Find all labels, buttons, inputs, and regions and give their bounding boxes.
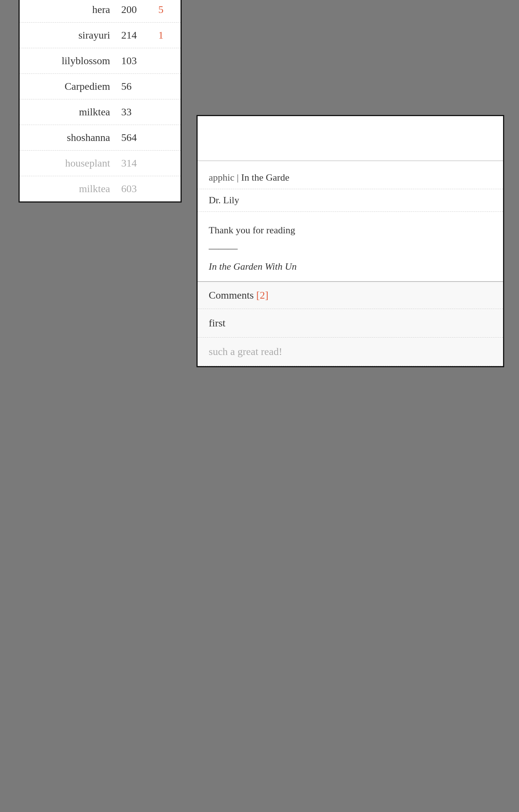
comments-header: Comments [2] [198, 282, 503, 309]
table-row: lilyblossom 103 [20, 48, 181, 74]
comments-section: Comments [2] first such a great read! [198, 281, 503, 366]
table-row: milktea 33 [20, 99, 181, 125]
table-row: shoshanna 564 [20, 125, 181, 151]
comment-text: such a great read! [209, 346, 282, 357]
row-extra: 5 [158, 4, 169, 16]
row-username: milktea [31, 106, 110, 118]
article-genre: apphic | [209, 172, 241, 183]
author-name: Dr. Lily [209, 195, 239, 206]
row-username: milktea [31, 183, 110, 195]
row-username: sirayuri [31, 29, 110, 41]
row-username: lilyblossom [31, 55, 110, 67]
table-row: milktea 603 [20, 176, 181, 201]
article-author: Dr. Lily [198, 189, 503, 212]
comments-label: Comments [209, 289, 254, 301]
row-username: Carpediem [31, 80, 110, 92]
article-thank-you: Thank you for reading [209, 223, 492, 237]
row-username: houseplant [31, 157, 110, 169]
leaderboard-panel: hera 200 5 sirayuri 214 1 lilyblossom 10… [19, 0, 182, 203]
comment-item: first [198, 309, 503, 338]
article-title: In the Garde [241, 172, 290, 183]
article-divider [198, 161, 503, 161]
comment-item: such a great read! [198, 338, 503, 366]
table-row: hera 200 5 [20, 0, 181, 23]
row-username: hera [31, 4, 110, 16]
comment-text: first [209, 317, 225, 329]
article-body: Thank you for reading ——— In the Garden … [198, 212, 503, 281]
row-count: 56 [121, 80, 151, 92]
table-row: sirayuri 214 1 [20, 23, 181, 48]
article-meta: apphic | In the Garde [198, 167, 503, 189]
row-count: 603 [121, 183, 151, 195]
row-count: 214 [121, 29, 151, 41]
article-divider-text: ——— [209, 241, 492, 256]
comments-count: [2] [256, 289, 268, 301]
article-panel: apphic | In the Garde Dr. Lily Thank you… [196, 115, 504, 367]
row-count: 564 [121, 132, 151, 144]
row-extra: 1 [158, 29, 169, 41]
row-username: shoshanna [31, 132, 110, 144]
article-top [198, 116, 503, 161]
table-row: houseplant 314 [20, 151, 181, 176]
row-count: 103 [121, 55, 151, 67]
row-count: 33 [121, 106, 151, 118]
article-italic-title: In the Garden With Un [209, 259, 492, 274]
row-count: 314 [121, 157, 151, 169]
row-count: 200 [121, 4, 151, 16]
table-row: Carpediem 56 [20, 74, 181, 99]
